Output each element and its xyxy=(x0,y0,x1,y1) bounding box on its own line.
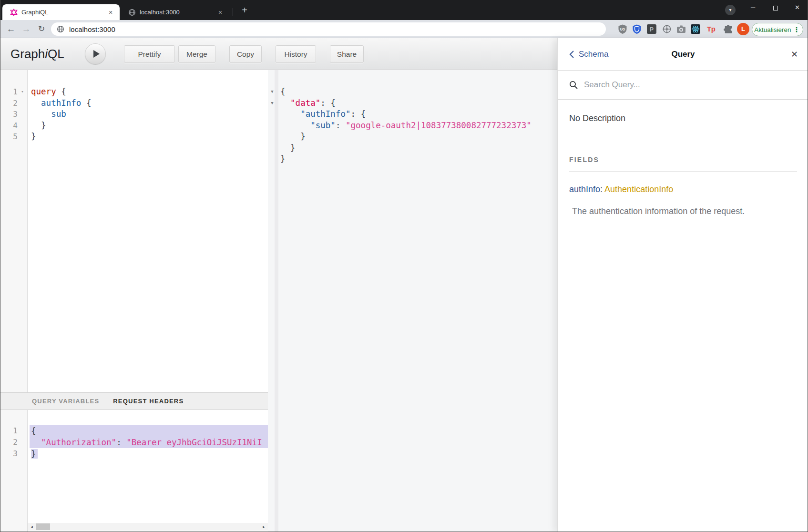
gutter-line: 2 xyxy=(0,98,27,109)
type-description: No Description xyxy=(569,113,797,123)
code-line: "data": { xyxy=(280,98,557,109)
ublock-origin-icon[interactable]: UO xyxy=(617,24,628,34)
globe-icon xyxy=(128,9,136,16)
window-close-button[interactable]: ✕ xyxy=(787,0,808,16)
code-line: "Authorization": "Bearer eyJhbGciOiJSUzI… xyxy=(31,437,268,448)
doc-field-row: authInfo: AuthenticationInfo xyxy=(569,184,797,194)
headers-editor-content: { "Authorization": "Bearer eyJhbGciOiJSU… xyxy=(28,410,268,532)
merge-button[interactable]: Merge xyxy=(178,45,215,63)
share-button[interactable]: Share xyxy=(330,45,364,63)
code-line: sub xyxy=(31,109,268,120)
react-devtools-icon[interactable] xyxy=(690,24,701,34)
code-line: } xyxy=(31,448,268,460)
tab-close-icon[interactable]: ✕ xyxy=(216,8,225,17)
fold-spacer xyxy=(18,448,27,460)
tab-request-headers[interactable]: REQUEST HEADERS xyxy=(113,398,184,405)
scrollbar-thumb[interactable] xyxy=(36,523,50,530)
query-editor-gutter: 1▾2345 xyxy=(0,70,28,392)
scrollbar-left-arrow-icon[interactable]: ◂ xyxy=(28,523,36,531)
tab-title: GraphiQL xyxy=(21,9,106,16)
line-number: 4 xyxy=(0,120,18,132)
doc-explorer-panel: Schema Query ✕ No Description FIELDS aut… xyxy=(557,38,808,532)
chrome-caret-down-icon[interactable]: ▾ xyxy=(725,5,736,15)
result-pane: ▼▼ { "data": { "authInfo": { "sub": "goo… xyxy=(268,70,557,532)
fold-arrow-icon[interactable]: ▾ xyxy=(18,86,27,98)
code-line: } xyxy=(280,131,557,143)
line-number: 3 xyxy=(0,109,18,120)
field-name-link[interactable]: authInfo xyxy=(569,184,600,194)
line-number: 1 xyxy=(0,425,18,437)
svg-text:P: P xyxy=(650,26,654,33)
selection-highlight xyxy=(30,425,268,437)
doc-content: No Description FIELDS authInfo: Authenti… xyxy=(558,113,808,216)
gutter-line: 1▾ xyxy=(0,86,27,98)
code-line: { xyxy=(31,425,268,437)
tab-separator xyxy=(233,8,233,16)
browser-menu-dots-icon[interactable]: ⋮ xyxy=(793,26,801,33)
secondary-editor-tabbar: QUERY VARIABLESREQUEST HEADERS xyxy=(0,392,268,410)
line-number: 3 xyxy=(0,448,18,460)
site-globe-icon[interactable] xyxy=(57,25,64,33)
p-extension-icon[interactable]: P xyxy=(646,24,657,34)
request-headers-editor[interactable]: 123 { "Authorization": "Bearer eyJhbGciO… xyxy=(0,410,268,532)
extensions-puzzle-icon[interactable] xyxy=(723,24,734,34)
doc-close-icon[interactable]: ✕ xyxy=(791,49,798,60)
chevron-left-icon xyxy=(569,50,574,59)
code-line: { xyxy=(280,86,557,98)
tp-extension-icon[interactable]: Tp xyxy=(707,24,717,34)
doc-search-input[interactable] xyxy=(583,80,797,90)
fold-spacer xyxy=(18,437,27,448)
gutter-line: 5 xyxy=(0,131,27,143)
query-editor[interactable]: 1▾2345 query { authInfo { sub }} xyxy=(0,70,268,392)
fold-spacer xyxy=(18,120,27,132)
address-url[interactable]: localhost:3000 xyxy=(69,25,115,33)
graphiql-topbar: GraphiQL PrettifyMergeCopyHistoryShare xyxy=(0,38,557,70)
forward-button[interactable]: → xyxy=(20,22,33,36)
code-line: query { xyxy=(31,86,268,98)
back-button[interactable]: ← xyxy=(4,22,18,36)
line-number: 5 xyxy=(0,131,18,143)
browser-tab-localhost[interactable]: localhost:3000 ✕ xyxy=(121,4,229,20)
scrollbar-right-arrow-icon[interactable]: ▸ xyxy=(260,523,268,531)
window-minimize-button[interactable]: ─ xyxy=(742,0,764,16)
move-target-icon[interactable] xyxy=(662,24,672,34)
execute-query-button[interactable] xyxy=(85,43,106,64)
headers-editor-gutter: 123 xyxy=(0,410,28,532)
play-icon xyxy=(93,50,100,58)
copy-button[interactable]: Copy xyxy=(229,45,262,63)
tab-query-variables[interactable]: QUERY VARIABLES xyxy=(32,398,99,405)
gutter-line: 3 xyxy=(0,448,27,460)
graphiql-logo: GraphiQL xyxy=(10,38,64,70)
new-tab-button[interactable]: + xyxy=(237,4,252,17)
code-line: authInfo { xyxy=(31,98,268,109)
profile-avatar[interactable]: L xyxy=(737,23,749,35)
browser-titlebar: GraphiQL ✕ localhost:3000 ✕ + ▾ ─ ✕ xyxy=(0,0,808,20)
code-line: } xyxy=(280,143,557,154)
code-line: } xyxy=(31,120,268,132)
browser-tab-graphiql[interactable]: GraphiQL ✕ xyxy=(2,4,120,20)
update-label: Aktualisieren xyxy=(752,26,793,33)
tab-close-icon[interactable]: ✕ xyxy=(106,8,115,17)
window-maximize-button[interactable] xyxy=(765,0,786,16)
field-type-link[interactable]: AuthenticationInfo xyxy=(604,184,673,194)
gutter-line: 3 xyxy=(0,109,27,120)
doc-back-label: Schema xyxy=(579,50,608,59)
line-number: 2 xyxy=(0,98,18,109)
horizontal-scrollbar[interactable]: ◂ ▸ xyxy=(28,523,268,531)
code-line: } xyxy=(280,153,557,165)
graphql-logo-icon xyxy=(10,9,18,16)
prettify-button[interactable]: Prettify xyxy=(124,45,175,63)
history-button[interactable]: History xyxy=(276,45,316,63)
screenshot-camera-icon[interactable] xyxy=(676,24,686,34)
bitwarden-icon[interactable] xyxy=(632,24,642,34)
chrome-update-button[interactable]: Aktualisieren ⋮ xyxy=(752,23,803,36)
tab-title: localhost:3000 xyxy=(140,9,216,16)
result-content: { "data": { "authInfo": { "sub": "google… xyxy=(268,70,557,532)
doc-back-link[interactable]: Schema xyxy=(569,50,608,59)
address-bar[interactable]: localhost:3000 xyxy=(51,22,606,36)
doc-explorer-header: Schema Query ✕ xyxy=(558,38,808,71)
reload-button[interactable]: ↻ xyxy=(35,22,48,36)
fold-spacer xyxy=(18,109,27,120)
line-number: 2 xyxy=(0,437,18,448)
code-line: "sub": "google-oauth2|108377380082777232… xyxy=(280,120,557,132)
